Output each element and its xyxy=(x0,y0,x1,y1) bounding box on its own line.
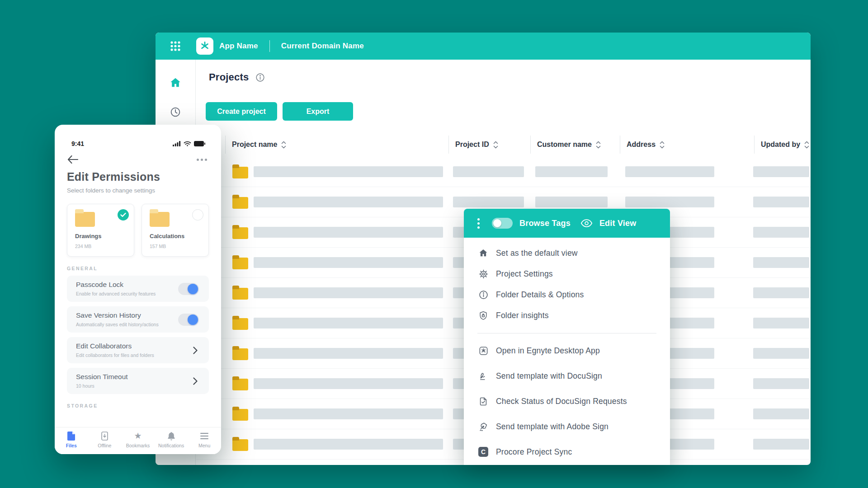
chevron-right-icon xyxy=(193,377,198,387)
menu-item-open-desktop-app[interactable]: Open in Egnyte Desktop App xyxy=(464,338,670,363)
more-options-icon[interactable] xyxy=(197,159,209,161)
folder-icon xyxy=(232,348,248,360)
export-button[interactable]: Export xyxy=(283,102,353,121)
placeholder-project-name xyxy=(254,287,443,298)
menu-body: Set as the default view Project Settings xyxy=(464,238,670,465)
offline-icon xyxy=(101,432,108,441)
procore-icon: C xyxy=(478,446,489,457)
folder-icon xyxy=(232,258,248,269)
hamburger-icon xyxy=(200,432,208,441)
column-header-updated-by[interactable]: Updated by xyxy=(754,136,809,154)
folder-icon xyxy=(232,439,248,451)
folder-icon xyxy=(232,227,248,239)
setting-passcode-lock[interactable]: Passcode Lock Enable for advanced securi… xyxy=(67,276,209,302)
column-header-address[interactable]: Address xyxy=(620,136,665,154)
passcode-lock-toggle[interactable] xyxy=(178,283,199,295)
kebab-icon[interactable] xyxy=(475,218,482,229)
sort-icon[interactable] xyxy=(660,141,665,149)
placeholder-address xyxy=(625,166,714,177)
menu-item-project-settings[interactable]: Project Settings xyxy=(464,263,670,284)
column-header-project-name[interactable]: Project name xyxy=(225,136,286,154)
placeholder-updated-by xyxy=(753,318,809,328)
placeholder-project-name xyxy=(254,439,443,450)
placeholder-updated-by xyxy=(753,408,809,419)
browse-tags-toggle[interactable] xyxy=(492,218,513,229)
home-icon[interactable] xyxy=(169,76,182,89)
file-icon xyxy=(67,432,75,441)
folder-icon xyxy=(232,197,248,209)
tab-menu[interactable]: Menu xyxy=(188,427,221,454)
setting-save-version-history[interactable]: Save Version History Automatically saves… xyxy=(67,306,209,333)
menu-item-folder-details[interactable]: Folder Details & Options xyxy=(464,284,670,305)
status-bar: 9:41 xyxy=(67,140,209,147)
placeholder-project-name xyxy=(254,408,443,419)
home-icon xyxy=(478,248,489,258)
menu-item-set-default-view[interactable]: Set as the default view xyxy=(464,243,670,263)
placeholder-updated-by xyxy=(753,227,809,238)
menu-item-check-docusign-status[interactable]: Check Status of DocuSign Requests xyxy=(464,389,670,414)
setting-session-timeout[interactable]: Session Timeout 10 hours xyxy=(67,368,209,394)
section-label-general: GENERAL xyxy=(67,266,209,271)
menu-divider xyxy=(477,333,656,333)
placeholder-project-name xyxy=(254,348,443,359)
unselected-radio[interactable] xyxy=(192,209,203,221)
column-header-project-id[interactable]: Project ID xyxy=(448,136,498,154)
menu-item-procore-sync[interactable]: C Procore Project Sync xyxy=(464,439,670,465)
battery-icon xyxy=(194,141,205,146)
menu-item-send-adobe-sign[interactable]: Send template with Adobe Sign xyxy=(464,414,670,439)
folder-icon xyxy=(232,288,248,300)
placeholder-updated-by xyxy=(753,378,809,389)
placeholder-customer-name xyxy=(535,197,608,207)
tab-offline[interactable]: Offline xyxy=(88,427,122,454)
info-icon[interactable] xyxy=(255,72,265,83)
tab-files[interactable]: Files xyxy=(55,427,88,454)
folder-card-calculations[interactable]: Calculations 157 MB xyxy=(142,204,209,257)
tab-notifications[interactable]: Notifications xyxy=(155,427,188,454)
section-label-storage: STORAGE xyxy=(67,403,209,408)
app-launcher-icon[interactable] xyxy=(170,41,181,52)
folder-icon xyxy=(150,212,170,227)
mobile-subtitle: Select folders to change settings xyxy=(67,187,209,194)
placeholder-project-name xyxy=(254,197,443,207)
table-row[interactable] xyxy=(196,157,811,187)
tab-bookmarks[interactable]: ★ Bookmarks xyxy=(121,427,155,454)
placeholder-project-name xyxy=(254,257,443,268)
sort-icon[interactable] xyxy=(596,141,601,149)
wifi-icon xyxy=(184,141,191,146)
folder-icon xyxy=(232,318,248,330)
recents-icon[interactable] xyxy=(169,105,182,119)
placeholder-project-id xyxy=(453,166,524,177)
placeholder-project-name xyxy=(254,166,443,177)
table-header: Project name Project ID Customer name Ad… xyxy=(196,136,811,154)
shield-lock-icon xyxy=(478,310,489,321)
placeholder-updated-by xyxy=(753,197,809,207)
column-header-customer-name[interactable]: Customer name xyxy=(530,136,601,154)
back-icon[interactable] xyxy=(67,155,79,164)
pen-nib-icon xyxy=(478,421,489,432)
chevron-right-icon xyxy=(193,347,198,356)
sort-icon[interactable] xyxy=(804,141,809,149)
menu-item-folder-insights[interactable]: Folder insights xyxy=(464,305,670,326)
placeholder-project-name xyxy=(254,227,443,238)
selected-check-icon[interactable] xyxy=(118,209,129,221)
browse-tags-label: Browse Tags xyxy=(519,219,571,228)
folder-card-drawings[interactable]: Drawings 234 MB xyxy=(67,204,134,257)
cellular-icon xyxy=(173,141,181,146)
sort-icon[interactable] xyxy=(493,141,498,149)
eye-icon[interactable] xyxy=(580,219,593,228)
placeholder-updated-by xyxy=(753,287,809,298)
bell-icon xyxy=(167,432,175,441)
menu-header: Browse Tags Edit View xyxy=(464,209,670,238)
setting-edit-collaborators[interactable]: Edit Collaborators Edit collaborators fo… xyxy=(67,337,209,363)
egnyte-logo[interactable] xyxy=(196,38,213,55)
sort-icon[interactable] xyxy=(281,141,286,149)
create-project-button[interactable]: Create project xyxy=(206,102,277,121)
placeholder-project-name xyxy=(254,378,443,389)
edit-view-button[interactable]: Edit View xyxy=(599,219,637,228)
placeholder-updated-by xyxy=(753,166,809,177)
star-icon: ★ xyxy=(134,432,142,441)
folder-icon xyxy=(232,379,248,390)
save-version-history-toggle[interactable] xyxy=(178,314,199,326)
menu-item-send-docusign[interactable]: Send template with DocuSign xyxy=(464,363,670,389)
placeholder-project-id xyxy=(453,197,524,207)
